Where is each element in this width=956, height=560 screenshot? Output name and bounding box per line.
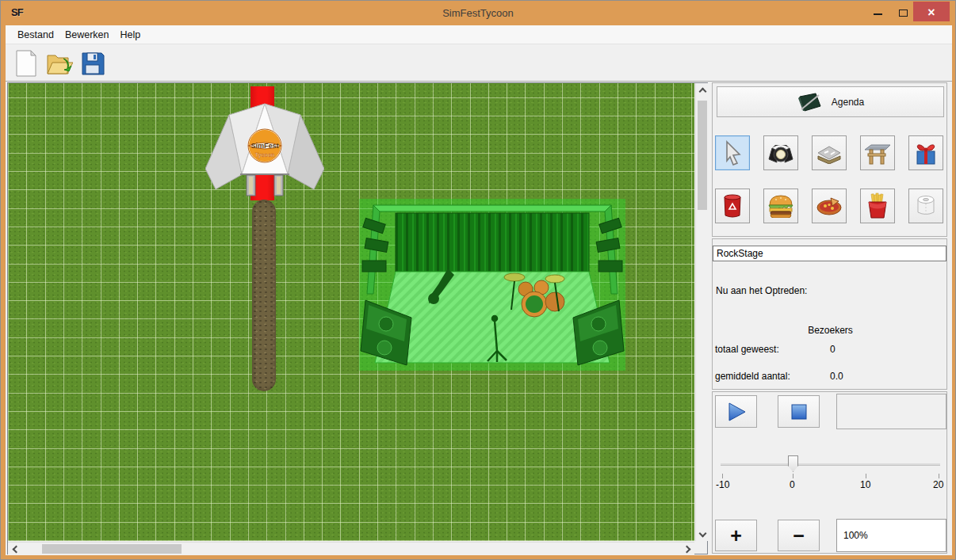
slider-label-min: -10: [716, 479, 729, 490]
agenda-book-icon: [797, 92, 824, 112]
stage-info-group: Nu aan het Optreden: Bezoekers totaal ge…: [712, 238, 947, 390]
trash-can-icon: [721, 193, 744, 219]
slider-tick: [939, 474, 939, 478]
slider-tick: [793, 474, 793, 478]
window-title: SimFestTycoon: [2, 7, 954, 19]
scroll-up-button[interactable]: [696, 83, 709, 96]
scroll-down-button[interactable]: [696, 528, 709, 541]
stop-icon: [790, 403, 808, 421]
tool-select-button[interactable]: [715, 135, 750, 170]
tool-trash-button[interactable]: [715, 189, 750, 223]
simfesttycoon-window: SF SimFestTycoon × Bestand Bewerken Help: [0, 0, 956, 560]
scroll-right-button[interactable]: [682, 543, 694, 555]
control-panel: Agenda: [710, 82, 950, 554]
dirt-path[interactable]: [252, 200, 276, 391]
zoom-level-input[interactable]: [836, 519, 946, 552]
stop-button[interactable]: [778, 395, 820, 428]
toolbar: [6, 45, 952, 82]
tool-spotlight-button[interactable]: [763, 135, 798, 170]
maximize-button[interactable]: [891, 2, 915, 21]
horizontal-scrollbar-thumb[interactable]: [42, 544, 182, 554]
total-visitors-value: 0: [830, 344, 836, 355]
agenda-button[interactable]: Agenda: [717, 86, 944, 117]
toilet-paper-icon: [914, 193, 938, 219]
tent-legs: [247, 175, 283, 196]
entrance-tent[interactable]: SimFest Tycoon: [205, 101, 324, 197]
slider-label-ten: 10: [860, 479, 870, 490]
zoom-in-button[interactable]: +: [715, 520, 757, 551]
minimize-icon: [874, 13, 882, 15]
tool-burger-button[interactable]: [763, 189, 798, 223]
maximize-icon: [899, 10, 908, 17]
tools-group: Agenda: [712, 82, 947, 237]
slider-tick: [722, 474, 723, 478]
cursor-icon: [721, 140, 744, 166]
map-area: SimFest Tycoon: [7, 82, 708, 554]
gift-icon: [912, 139, 939, 166]
stage-truss: [373, 205, 611, 211]
visitors-header: Bezoekers: [713, 325, 948, 336]
stage-name-input[interactable]: [713, 246, 946, 261]
spotlight-icon: [767, 140, 794, 166]
average-visitors-label: gemiddeld aantal:: [715, 371, 790, 382]
scroll-left-button[interactable]: [8, 543, 21, 555]
stage-curtain: [396, 213, 589, 272]
close-button[interactable]: ×: [913, 2, 950, 21]
tool-fries-button[interactable]: [860, 189, 895, 223]
simfest-logo: SimFest Tycoon: [248, 129, 281, 162]
rock-stage-selected[interactable]: [359, 199, 625, 371]
tool-merchandise-button[interactable]: [908, 135, 943, 170]
save-floppy-icon: [81, 51, 105, 75]
chevron-down-icon: [698, 529, 706, 537]
slider-tick: [866, 474, 866, 478]
menu-bewerken[interactable]: Bewerken: [59, 26, 115, 44]
slider-label-max: 20: [933, 479, 943, 490]
tool-toilet-button[interactable]: [908, 189, 943, 223]
map-canvas[interactable]: SimFest Tycoon: [8, 83, 694, 541]
menubar: Bestand Bewerken Help: [6, 25, 952, 44]
total-visitors-label: totaal geweest:: [715, 344, 779, 355]
entrance-gate-icon: [863, 140, 892, 166]
window-client-area: Bestand Bewerken Help: [6, 25, 952, 555]
fries-icon: [866, 192, 889, 219]
zoom-out-button[interactable]: −: [778, 520, 820, 551]
tool-road-button[interactable]: [812, 135, 847, 170]
road-tile-icon: [815, 142, 843, 164]
speed-slider-thumb[interactable]: [788, 455, 798, 472]
chevron-up-icon: [698, 87, 706, 95]
vertical-scrollbar-thumb[interactable]: [698, 101, 707, 210]
horizontal-scrollbar: [8, 542, 694, 554]
close-icon: ×: [927, 6, 935, 19]
new-file-button[interactable]: [12, 49, 40, 78]
minimize-button[interactable]: [866, 2, 889, 21]
play-button[interactable]: [715, 395, 757, 428]
slider-label-zero: 0: [790, 479, 795, 490]
average-visitors-value: 0.0: [830, 371, 843, 382]
window-frame: SF SimFestTycoon × Bestand Bewerken Help: [0, 0, 956, 560]
menu-bestand[interactable]: Bestand: [12, 26, 59, 44]
burger-icon: [767, 194, 795, 218]
playback-group: -10 0 10 20 + −: [712, 391, 947, 554]
menu-help[interactable]: Help: [114, 26, 146, 44]
vertical-scrollbar: [695, 83, 708, 541]
pizza-icon: [815, 195, 843, 217]
titlebar: SF SimFestTycoon ×: [2, 2, 954, 25]
chevron-right-icon: [683, 545, 690, 553]
tool-pizza-button[interactable]: [812, 189, 847, 223]
svg-text:SimFest: SimFest: [250, 142, 278, 150]
play-icon: [726, 402, 747, 422]
chevron-left-icon: [12, 545, 20, 553]
open-folder-icon: [46, 51, 73, 76]
save-button[interactable]: [78, 49, 107, 78]
open-file-button[interactable]: [45, 49, 74, 78]
svg-text:Tycoon: Tycoon: [255, 152, 274, 158]
tool-gate-button[interactable]: [860, 135, 895, 170]
speed-slider-track[interactable]: [721, 463, 940, 466]
agenda-label: Agenda: [832, 97, 864, 108]
now-performing-label: Nu aan het Optreden:: [716, 285, 807, 296]
empty-display-panel: [836, 394, 946, 429]
new-document-icon: [14, 50, 38, 77]
